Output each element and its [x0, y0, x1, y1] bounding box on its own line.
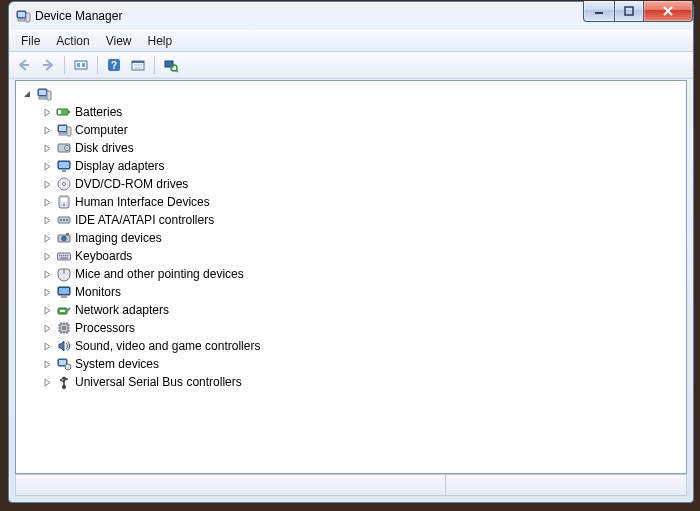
expand-toggle[interactable] [40, 339, 54, 353]
properties-button[interactable] [127, 54, 149, 76]
tree-item[interactable]: DVD/CD-ROM drives [40, 175, 686, 193]
tree-item-label: Computer [75, 123, 128, 137]
back-button[interactable] [13, 54, 35, 76]
tree-item[interactable]: Sound, video and game controllers [40, 337, 686, 355]
tree-item-label: DVD/CD-ROM drives [75, 177, 188, 191]
expand-toggle[interactable] [40, 141, 54, 155]
tree-item[interactable]: Disk drives [40, 139, 686, 157]
menu-view[interactable]: View [98, 32, 140, 50]
imaging-icon [56, 230, 72, 246]
svg-rect-63 [82, 63, 85, 67]
expand-toggle[interactable] [40, 213, 54, 227]
optical-icon [56, 176, 72, 192]
svg-rect-59 [595, 12, 603, 14]
toolbar: ? [9, 52, 693, 79]
computer-icon [36, 86, 52, 102]
tree-item[interactable]: Imaging devices [40, 229, 686, 247]
keyboard-icon [56, 248, 72, 264]
tree-item-label: Imaging devices [75, 231, 162, 245]
menu-file[interactable]: File [13, 32, 48, 50]
expand-toggle[interactable] [40, 177, 54, 191]
window-title: Device Manager [35, 9, 122, 23]
expand-toggle[interactable] [40, 195, 54, 209]
tree-item-label: Human Interface Devices [75, 195, 210, 209]
tree-item-label: Display adapters [75, 159, 164, 173]
tree-item[interactable]: Batteries [40, 103, 686, 121]
tree-item[interactable]: Keyboards [40, 247, 686, 265]
maximize-icon [624, 6, 634, 16]
maximize-button[interactable] [615, 1, 644, 22]
tree-item-label: Network adapters [75, 303, 169, 317]
menu-help[interactable]: Help [140, 32, 181, 50]
tree-item-label: Processors [75, 321, 135, 335]
devices-icon [73, 57, 89, 73]
scan-icon [163, 57, 179, 73]
svg-text:?: ? [111, 60, 117, 71]
expand-toggle[interactable] [40, 231, 54, 245]
arrow-right-icon [40, 57, 56, 73]
titlebar[interactable]: Device Manager [9, 2, 693, 30]
expand-toggle[interactable] [40, 375, 54, 389]
expand-toggle[interactable] [40, 357, 54, 371]
help-icon: ? [106, 57, 122, 73]
ide-icon [56, 212, 72, 228]
window-controls [583, 1, 693, 22]
menu-action[interactable]: Action [48, 32, 97, 50]
sound-icon [56, 338, 72, 354]
expand-toggle[interactable] [40, 285, 54, 299]
tree-item-label: Monitors [75, 285, 121, 299]
display-icon [56, 158, 72, 174]
tree-item-label: Universal Serial Bus controllers [75, 375, 242, 389]
minimize-icon [594, 6, 604, 16]
menubar: File Action View Help [9, 30, 693, 52]
tree-item[interactable]: Universal Serial Bus controllers [40, 373, 686, 391]
toolbar-separator [64, 56, 65, 74]
expand-toggle[interactable] [40, 159, 54, 173]
forward-button[interactable] [37, 54, 59, 76]
expand-toggle[interactable] [40, 321, 54, 335]
tree-item[interactable]: Display adapters [40, 157, 686, 175]
tree-root[interactable] [20, 85, 686, 103]
statusbar [15, 474, 687, 496]
tree-item[interactable]: Computer [40, 121, 686, 139]
cpu-icon [56, 320, 72, 336]
toolbar-separator [154, 56, 155, 74]
tree-item-label: System devices [75, 357, 159, 371]
expand-toggle[interactable] [20, 87, 34, 101]
computer-icon [56, 122, 72, 138]
expand-toggle[interactable] [40, 123, 54, 137]
tree-item[interactable]: Monitors [40, 283, 686, 301]
disk-icon [56, 140, 72, 156]
show-hidden-button[interactable] [70, 54, 92, 76]
tree-item[interactable]: Processors [40, 319, 686, 337]
expand-toggle[interactable] [40, 105, 54, 119]
expand-toggle[interactable] [40, 267, 54, 281]
usb-icon [56, 374, 72, 390]
tree-item[interactable]: Mice and other pointing devices [40, 265, 686, 283]
expand-toggle[interactable] [40, 249, 54, 263]
hid-icon [56, 194, 72, 210]
system-icon [56, 356, 72, 372]
help-button[interactable]: ? [103, 54, 125, 76]
toolbar-separator [97, 56, 98, 74]
monitor-icon [56, 284, 72, 300]
status-cell [446, 475, 686, 495]
scan-button[interactable] [160, 54, 182, 76]
svg-rect-61 [75, 61, 87, 69]
arrow-left-icon [16, 57, 32, 73]
tree-item-label: Keyboards [75, 249, 132, 263]
close-button[interactable] [644, 1, 693, 22]
expand-toggle[interactable] [40, 303, 54, 317]
minimize-button[interactable] [583, 1, 615, 22]
tree-item[interactable]: IDE ATA/ATAPI controllers [40, 211, 686, 229]
tree-item[interactable]: System devices [40, 355, 686, 373]
tree-item-label: Mice and other pointing devices [75, 267, 244, 281]
svg-rect-67 [132, 61, 144, 63]
tree-item[interactable]: Network adapters [40, 301, 686, 319]
tree-panel[interactable]: BatteriesComputerDisk drivesDisplay adap… [15, 80, 687, 474]
tree-item[interactable]: Human Interface Devices [40, 193, 686, 211]
tree-item-label: Disk drives [75, 141, 134, 155]
svg-line-72 [176, 70, 178, 72]
tree-item-label: Sound, video and game controllers [75, 339, 260, 353]
app-icon [15, 8, 31, 24]
